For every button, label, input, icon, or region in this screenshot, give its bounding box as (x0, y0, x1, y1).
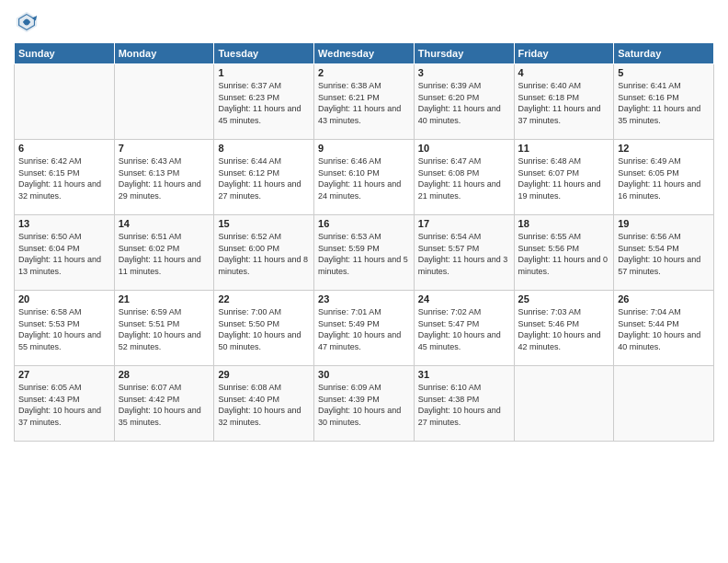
cell-info: Sunrise: 7:02 AM Sunset: 5:47 PM Dayligh… (418, 306, 510, 352)
logo-icon (14, 9, 40, 35)
day-number: 10 (418, 143, 510, 154)
day-number: 24 (418, 293, 510, 304)
cell-info: Sunrise: 6:09 AM Sunset: 4:39 PM Dayligh… (318, 382, 410, 428)
calendar-cell: 11Sunrise: 6:48 AM Sunset: 6:07 PM Dayli… (514, 140, 614, 215)
cell-info: Sunrise: 7:04 AM Sunset: 5:44 PM Dayligh… (618, 306, 710, 352)
cell-info: Sunrise: 6:51 AM Sunset: 6:02 PM Dayligh… (119, 231, 210, 277)
calendar-cell (114, 64, 214, 140)
day-number: 15 (218, 218, 310, 229)
day-number: 3 (418, 67, 510, 78)
calendar-cell: 29Sunrise: 6:08 AM Sunset: 4:40 PM Dayli… (214, 366, 314, 442)
week-row-5: 27Sunrise: 6:05 AM Sunset: 4:43 PM Dayli… (15, 366, 714, 442)
day-number: 28 (119, 369, 210, 380)
calendar-cell: 7Sunrise: 6:43 AM Sunset: 6:13 PM Daylig… (114, 140, 214, 215)
calendar-cell: 12Sunrise: 6:49 AM Sunset: 6:05 PM Dayli… (614, 140, 714, 215)
calendar-cell: 10Sunrise: 6:47 AM Sunset: 6:08 PM Dayli… (414, 140, 514, 215)
calendar-cell (15, 64, 115, 140)
calendar-cell: 16Sunrise: 6:53 AM Sunset: 5:59 PM Dayli… (314, 215, 415, 291)
day-number: 9 (318, 143, 410, 154)
calendar-cell: 4Sunrise: 6:40 AM Sunset: 6:18 PM Daylig… (514, 64, 614, 140)
cell-info: Sunrise: 6:39 AM Sunset: 6:20 PM Dayligh… (418, 80, 510, 126)
cell-info: Sunrise: 6:37 AM Sunset: 6:23 PM Dayligh… (218, 80, 310, 126)
calendar-cell: 26Sunrise: 7:04 AM Sunset: 5:44 PM Dayli… (614, 291, 714, 366)
calendar-cell: 23Sunrise: 7:01 AM Sunset: 5:49 PM Dayli… (314, 291, 415, 366)
cell-info: Sunrise: 6:42 AM Sunset: 6:15 PM Dayligh… (18, 155, 110, 201)
cell-info: Sunrise: 6:38 AM Sunset: 6:21 PM Dayligh… (318, 80, 410, 126)
cell-info: Sunrise: 6:59 AM Sunset: 5:51 PM Dayligh… (119, 306, 210, 352)
cell-info: Sunrise: 7:01 AM Sunset: 5:49 PM Dayligh… (318, 306, 410, 352)
calendar-cell: 28Sunrise: 6:07 AM Sunset: 4:42 PM Dayli… (114, 366, 214, 442)
day-number: 1 (218, 67, 310, 78)
day-header-sunday: Sunday (15, 43, 115, 64)
header (14, 9, 714, 35)
day-number: 8 (218, 143, 310, 154)
cell-info: Sunrise: 6:41 AM Sunset: 6:16 PM Dayligh… (618, 80, 710, 126)
day-number: 4 (518, 67, 610, 78)
calendar-cell: 17Sunrise: 6:54 AM Sunset: 5:57 PM Dayli… (414, 215, 514, 291)
cell-info: Sunrise: 6:47 AM Sunset: 6:08 PM Dayligh… (418, 155, 510, 201)
day-header-friday: Friday (514, 43, 614, 64)
cell-info: Sunrise: 6:05 AM Sunset: 4:43 PM Dayligh… (18, 382, 110, 428)
day-number: 20 (18, 293, 110, 304)
calendar-cell: 18Sunrise: 6:55 AM Sunset: 5:56 PM Dayli… (514, 215, 614, 291)
day-number: 6 (18, 143, 110, 154)
day-number: 13 (18, 218, 110, 229)
calendar-cell: 27Sunrise: 6:05 AM Sunset: 4:43 PM Dayli… (15, 366, 115, 442)
cell-info: Sunrise: 6:48 AM Sunset: 6:07 PM Dayligh… (518, 155, 610, 201)
day-number: 11 (518, 143, 610, 154)
cell-info: Sunrise: 6:50 AM Sunset: 6:04 PM Dayligh… (18, 231, 110, 277)
cell-info: Sunrise: 7:00 AM Sunset: 5:50 PM Dayligh… (218, 306, 310, 352)
calendar-cell: 19Sunrise: 6:56 AM Sunset: 5:54 PM Dayli… (614, 215, 714, 291)
week-row-2: 6Sunrise: 6:42 AM Sunset: 6:15 PM Daylig… (15, 140, 714, 215)
calendar-cell: 3Sunrise: 6:39 AM Sunset: 6:20 PM Daylig… (414, 64, 514, 140)
day-number: 29 (218, 369, 310, 380)
day-number: 17 (418, 218, 510, 229)
cell-info: Sunrise: 6:07 AM Sunset: 4:42 PM Dayligh… (119, 382, 210, 428)
calendar-cell: 20Sunrise: 6:58 AM Sunset: 5:53 PM Dayli… (15, 291, 115, 366)
calendar-cell: 25Sunrise: 7:03 AM Sunset: 5:46 PM Dayli… (514, 291, 614, 366)
day-header-thursday: Thursday (414, 43, 514, 64)
day-number: 14 (119, 218, 210, 229)
cell-info: Sunrise: 6:40 AM Sunset: 6:18 PM Dayligh… (518, 80, 610, 126)
cell-info: Sunrise: 6:10 AM Sunset: 4:38 PM Dayligh… (418, 382, 510, 428)
day-number: 23 (318, 293, 410, 304)
calendar-cell: 21Sunrise: 6:59 AM Sunset: 5:51 PM Dayli… (114, 291, 214, 366)
logo (14, 9, 43, 35)
cell-info: Sunrise: 6:49 AM Sunset: 6:05 PM Dayligh… (618, 155, 710, 201)
day-number: 16 (318, 218, 410, 229)
calendar-cell: 1Sunrise: 6:37 AM Sunset: 6:23 PM Daylig… (214, 64, 314, 140)
day-header-wednesday: Wednesday (314, 43, 415, 64)
cell-info: Sunrise: 6:46 AM Sunset: 6:10 PM Dayligh… (318, 155, 410, 201)
calendar-cell: 24Sunrise: 7:02 AM Sunset: 5:47 PM Dayli… (414, 291, 514, 366)
calendar-cell (614, 366, 714, 442)
calendar-table: SundayMondayTuesdayWednesdayThursdayFrid… (14, 42, 714, 442)
calendar-header-row: SundayMondayTuesdayWednesdayThursdayFrid… (15, 43, 714, 64)
cell-info: Sunrise: 6:54 AM Sunset: 5:57 PM Dayligh… (418, 231, 510, 277)
cell-info: Sunrise: 7:03 AM Sunset: 5:46 PM Dayligh… (518, 306, 610, 352)
calendar-cell: 13Sunrise: 6:50 AM Sunset: 6:04 PM Dayli… (15, 215, 115, 291)
calendar-cell: 15Sunrise: 6:52 AM Sunset: 6:00 PM Dayli… (214, 215, 314, 291)
calendar-cell: 14Sunrise: 6:51 AM Sunset: 6:02 PM Dayli… (114, 215, 214, 291)
day-number: 19 (618, 218, 710, 229)
day-number: 31 (418, 369, 510, 380)
day-number: 12 (618, 143, 710, 154)
calendar-cell: 31Sunrise: 6:10 AM Sunset: 4:38 PM Dayli… (414, 366, 514, 442)
calendar-cell: 2Sunrise: 6:38 AM Sunset: 6:21 PM Daylig… (314, 64, 415, 140)
calendar-cell: 9Sunrise: 6:46 AM Sunset: 6:10 PM Daylig… (314, 140, 415, 215)
day-number: 5 (618, 67, 710, 78)
day-number: 27 (18, 369, 110, 380)
day-number: 26 (618, 293, 710, 304)
cell-info: Sunrise: 6:52 AM Sunset: 6:00 PM Dayligh… (218, 231, 310, 277)
day-header-monday: Monday (114, 43, 214, 64)
cell-info: Sunrise: 6:08 AM Sunset: 4:40 PM Dayligh… (218, 382, 310, 428)
cell-info: Sunrise: 6:55 AM Sunset: 5:56 PM Dayligh… (518, 231, 610, 277)
day-number: 21 (119, 293, 210, 304)
day-header-saturday: Saturday (614, 43, 714, 64)
day-number: 30 (318, 369, 410, 380)
calendar-cell: 8Sunrise: 6:44 AM Sunset: 6:12 PM Daylig… (214, 140, 314, 215)
day-number: 25 (518, 293, 610, 304)
cell-info: Sunrise: 6:53 AM Sunset: 5:59 PM Dayligh… (318, 231, 410, 277)
calendar-cell: 5Sunrise: 6:41 AM Sunset: 6:16 PM Daylig… (614, 64, 714, 140)
day-number: 7 (119, 143, 210, 154)
calendar-cell: 6Sunrise: 6:42 AM Sunset: 6:15 PM Daylig… (15, 140, 115, 215)
